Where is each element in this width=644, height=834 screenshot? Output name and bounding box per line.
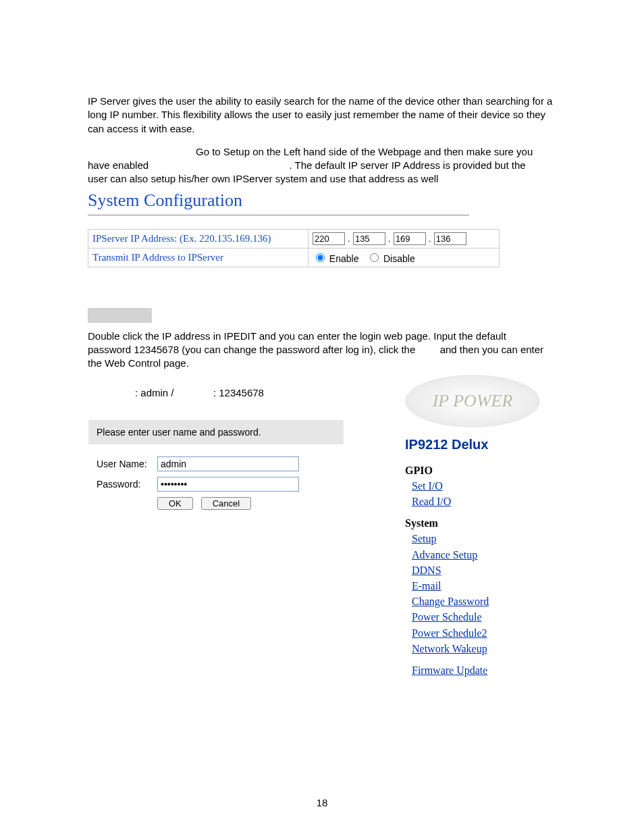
- setup-line-3: user can also setup his/her own IPServer…: [88, 172, 556, 186]
- setup-paragraph: Go to Setup on the Left hand side of the…: [88, 145, 556, 186]
- creds-prefix: : admin /: [135, 387, 174, 398]
- system-configuration-heading: System Configuration: [88, 190, 469, 211]
- cancel-button[interactable]: Cancel: [201, 497, 251, 510]
- config-table: IPServer IP Address: (Ex. 220.135.169.13…: [88, 229, 500, 267]
- transmit-label-cell: Transmit IP Address to IPServer: [88, 248, 308, 267]
- nav-link-power-schedule2[interactable]: Power Schedule2: [412, 625, 567, 641]
- right-nav-column: IP POWER IP9212 Delux GPIO Set I/O Read …: [405, 375, 567, 677]
- dot-separator: .: [348, 234, 350, 244]
- ip-octet-3[interactable]: [394, 232, 426, 245]
- nav-link-network-wakeup[interactable]: Network Wakeup: [412, 641, 567, 656]
- ip-octet-2[interactable]: [353, 232, 385, 245]
- creds-suffix: : 12345678: [213, 387, 264, 398]
- brand-logo: IP POWER: [405, 375, 540, 427]
- table-row: IPServer IP Address: (Ex. 220.135.169.13…: [88, 229, 500, 248]
- login-instr-line-2b: and then you can enter: [440, 344, 543, 355]
- ip-octet-1[interactable]: [313, 232, 345, 245]
- nav-link-firmware-update[interactable]: Firmware Update: [412, 664, 487, 676]
- enable-label: Enable: [329, 253, 359, 264]
- ipserver-label-cell: IPServer IP Address: (Ex. 220.135.169.13…: [88, 229, 308, 248]
- ok-button[interactable]: OK: [157, 497, 193, 510]
- password-label: Password:: [97, 479, 157, 490]
- login-prompt: Please enter user name and password.: [88, 420, 344, 444]
- nav-link-advance-setup[interactable]: Advance Setup: [412, 547, 567, 563]
- enable-option[interactable]: Enable: [313, 253, 361, 264]
- nav-link-change-password[interactable]: Change Password: [412, 594, 567, 609]
- login-instr-line-1: Double click the IP address in IPEDIT an…: [88, 330, 556, 343]
- nav-link-email[interactable]: E-mail: [412, 578, 567, 594]
- nav-link-read-io[interactable]: Read I/O: [412, 494, 567, 509]
- setup-line-2b: . The default IP server IP Address is pr…: [289, 159, 525, 171]
- intro-paragraph: IP Server gives the user the ability to …: [88, 95, 556, 136]
- password-input[interactable]: [157, 477, 299, 492]
- disable-option[interactable]: Disable: [367, 253, 415, 264]
- username-label: User Name:: [97, 459, 157, 469]
- nav-link-power-schedule[interactable]: Power Schedule: [412, 609, 567, 625]
- setup-line-2a: have enabled: [88, 159, 149, 171]
- nav-link-ddns[interactable]: DDNS: [412, 563, 567, 578]
- login-instructions: Double click the IP address in IPEDIT an…: [88, 330, 556, 371]
- setup-line-1: Go to Setup on the Left hand side of the…: [196, 145, 533, 159]
- dot-separator: .: [429, 234, 431, 244]
- nav-heading-gpio: GPIO: [405, 465, 567, 477]
- disable-radio[interactable]: [370, 253, 379, 262]
- dot-separator: .: [388, 234, 391, 244]
- transmit-value-cell: Enable Disable: [308, 248, 499, 267]
- divider: [88, 215, 469, 215]
- highlight-bar: [88, 308, 152, 323]
- ipserver-value-cell: . . .: [308, 229, 499, 248]
- table-row: Transmit IP Address to IPServer Enable D…: [88, 248, 500, 267]
- login-panel: Please enter user name and password. Use…: [88, 419, 344, 521]
- page-number: 18: [0, 797, 644, 808]
- product-title: IP9212 Delux: [405, 437, 567, 452]
- login-instr-line-2a: password 12345678 (you can change the pa…: [88, 344, 415, 355]
- nav-heading-system: System: [405, 517, 567, 529]
- ip-octet-4[interactable]: [434, 232, 466, 245]
- disable-label: Disable: [383, 253, 415, 264]
- login-instr-line-3: the Web Control page.: [88, 357, 556, 370]
- username-input[interactable]: [157, 457, 299, 471]
- nav-link-setup[interactable]: Setup: [412, 531, 567, 546]
- nav-link-set-io[interactable]: Set I/O: [412, 478, 567, 494]
- enable-radio[interactable]: [316, 253, 325, 262]
